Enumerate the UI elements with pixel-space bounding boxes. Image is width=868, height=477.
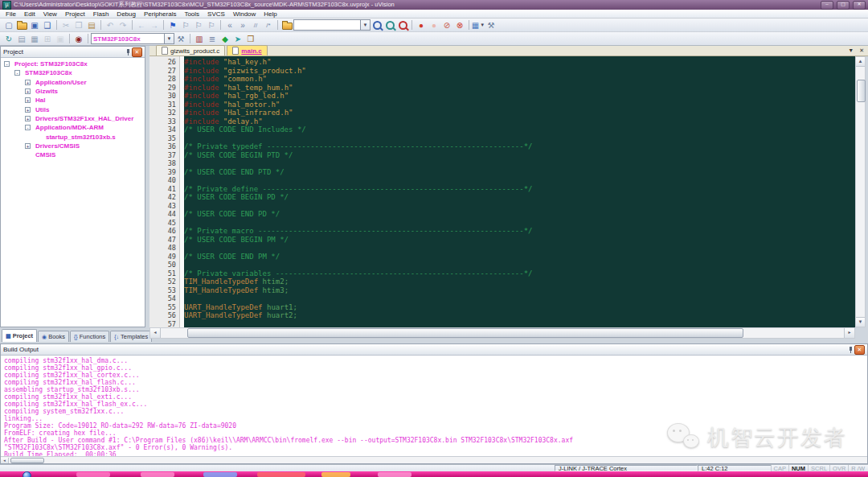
- download-button[interactable]: ◉: [72, 33, 85, 44]
- build-output-scroll-thumb[interactable]: [10, 458, 44, 463]
- tree-expander-icon[interactable]: +: [25, 97, 31, 103]
- build-output-close-icon[interactable]: ✕: [854, 345, 865, 355]
- tree-item[interactable]: +Drivers/STM32F1xx_HAL_Driver: [1, 114, 145, 123]
- menu-help[interactable]: Help: [260, 10, 280, 18]
- windows-taskbar[interactable]: [0, 471, 868, 477]
- window-layout-button[interactable]: ▦▼: [472, 19, 485, 31]
- rebuild-button[interactable]: ▦: [28, 33, 41, 44]
- translate-button[interactable]: ↻: [2, 33, 15, 44]
- menu-window[interactable]: Window: [229, 10, 260, 18]
- close-button[interactable]: ✕: [853, 1, 866, 10]
- panel-tab-functions[interactable]: {}Functions: [70, 331, 109, 342]
- tab-close-icon[interactable]: ✕: [859, 47, 864, 54]
- code-editor[interactable]: 26#include "hal_key.h"27#include "gizwit…: [149, 56, 855, 327]
- tree-expander-icon[interactable]: -: [4, 61, 10, 67]
- scroll-up-icon[interactable]: ▲: [856, 57, 865, 67]
- incremental-find-button[interactable]: [396, 19, 409, 31]
- find-in-files-button[interactable]: [280, 19, 293, 31]
- paste-button[interactable]: ▤: [85, 19, 98, 31]
- taskbar-button[interactable]: [203, 472, 237, 477]
- pin-icon[interactable]: [847, 346, 854, 353]
- save-button[interactable]: ▣: [28, 19, 41, 31]
- scroll-down-icon[interactable]: ▼: [856, 317, 865, 327]
- uncomment-button[interactable]: /*: [262, 19, 275, 31]
- indent-button[interactable]: »: [236, 19, 249, 31]
- bookmark-prev-button[interactable]: ⚐: [179, 19, 192, 31]
- scroll-right-icon[interactable]: ▸: [844, 328, 854, 338]
- editor-tab-main-c[interactable]: main.c: [227, 45, 267, 56]
- insert-breakpoint-button[interactable]: ●: [415, 19, 428, 31]
- new-file-button[interactable]: ▢: [2, 19, 15, 31]
- build-output-scrollbar[interactable]: ◂: [1, 456, 867, 463]
- menu-peripherals[interactable]: Peripherals: [140, 10, 180, 18]
- chevron-down-icon[interactable]: ▼: [164, 34, 174, 43]
- save-all-button[interactable]: ❑: [41, 19, 54, 31]
- panel-tab-project[interactable]: ▦Project: [2, 329, 37, 342]
- bookmark-toggle-button[interactable]: ⚑: [166, 19, 179, 31]
- pin-icon[interactable]: [125, 48, 132, 56]
- scroll-left-icon[interactable]: ◂: [150, 328, 161, 338]
- tree-expander-icon[interactable]: +: [25, 80, 31, 85]
- tree-item[interactable]: +Drivers/CMSIS: [1, 142, 145, 150]
- find-text-combobox-input[interactable]: [294, 21, 360, 29]
- menu-edit[interactable]: Edit: [20, 10, 39, 18]
- tree-item[interactable]: -Application/MDK-ARM: [1, 123, 145, 132]
- tree-item[interactable]: -STM32F103C8x: [1, 68, 145, 77]
- enable-disable-breakpoint-button[interactable]: ●: [428, 19, 440, 31]
- manage-rte-button[interactable]: ▥: [193, 33, 206, 44]
- pack-installer-button[interactable]: ◆: [219, 33, 231, 44]
- vertical-scroll-thumb[interactable]: [857, 80, 866, 102]
- taskbar-button[interactable]: [321, 472, 350, 477]
- find-all-button[interactable]: [383, 19, 396, 31]
- project-panel-close-icon[interactable]: ✕: [132, 47, 142, 57]
- panel-tab-books[interactable]: ◉Books: [38, 331, 69, 342]
- maximize-button[interactable]: ▢: [837, 1, 850, 10]
- kill-all-breakpoints-button[interactable]: ⊗: [453, 19, 466, 31]
- tree-expander-icon[interactable]: +: [25, 107, 31, 113]
- books-button[interactable]: ❒: [244, 33, 257, 44]
- editor-tab-gizwits_product-c[interactable]: gizwits_product.c: [156, 45, 225, 56]
- manage-project-items-button[interactable]: ≣: [206, 33, 219, 44]
- tree-item[interactable]: +Gizwits: [1, 87, 145, 96]
- options-for-target-button[interactable]: ⚒: [174, 33, 187, 44]
- open-file-button[interactable]: [15, 19, 28, 31]
- tree-expander-icon[interactable]: +: [25, 116, 31, 121]
- start-orb-icon[interactable]: [23, 471, 31, 477]
- menu-view[interactable]: View: [39, 10, 61, 18]
- menu-project[interactable]: Project: [61, 10, 89, 18]
- menu-tools[interactable]: Tools: [180, 10, 203, 18]
- scroll-left-icon[interactable]: ◂: [1, 458, 9, 463]
- bookmark-next-button[interactable]: ⚐: [192, 19, 205, 31]
- tree-item[interactable]: startup_stm32f103xb.s: [1, 132, 145, 141]
- update-button[interactable]: ➤: [231, 33, 244, 44]
- panel-tab-templates[interactable]: {↓Templates: [110, 331, 152, 342]
- tree-item[interactable]: +Application/User: [1, 78, 145, 87]
- horizontal-scroll-thumb[interactable]: [187, 328, 743, 338]
- taskbar-button[interactable]: [141, 472, 174, 477]
- find-text-combobox[interactable]: ▼: [293, 19, 371, 31]
- target-select-input[interactable]: [92, 35, 164, 43]
- build-button[interactable]: ▤: [15, 33, 28, 44]
- taskbar-button[interactable]: [76, 472, 110, 477]
- menu-svcs[interactable]: SVCS: [203, 10, 229, 18]
- chevron-down-icon[interactable]: ▼: [360, 20, 370, 30]
- configure-button[interactable]: ⚒: [485, 19, 497, 31]
- unindent-button[interactable]: «: [223, 19, 236, 31]
- tree-expander-icon[interactable]: -: [25, 125, 31, 130]
- minimize-button[interactable]: –: [821, 1, 833, 10]
- disable-all-breakpoints-button[interactable]: ⊘: [440, 19, 453, 31]
- taskbar-button[interactable]: [378, 472, 411, 477]
- taskbar-button[interactable]: [257, 472, 305, 477]
- tree-item[interactable]: -Project: STM32F103C8x: [1, 60, 145, 68]
- tree-item[interactable]: +Hal: [1, 96, 145, 105]
- menu-file[interactable]: File: [2, 10, 20, 18]
- target-select[interactable]: ▼: [91, 33, 174, 44]
- find-next-button[interactable]: [371, 19, 383, 31]
- tree-expander-icon[interactable]: +: [25, 143, 31, 149]
- editor-horizontal-scrollbar[interactable]: ◂ ▸: [149, 327, 855, 339]
- editor-vertical-scrollbar[interactable]: ▲ ▼: [855, 56, 866, 327]
- tree-expander-icon[interactable]: +: [25, 88, 31, 94]
- menu-debug[interactable]: Debug: [113, 10, 140, 18]
- menu-flash[interactable]: Flash: [89, 10, 113, 18]
- tab-list-dropdown-icon[interactable]: ▼: [848, 47, 854, 54]
